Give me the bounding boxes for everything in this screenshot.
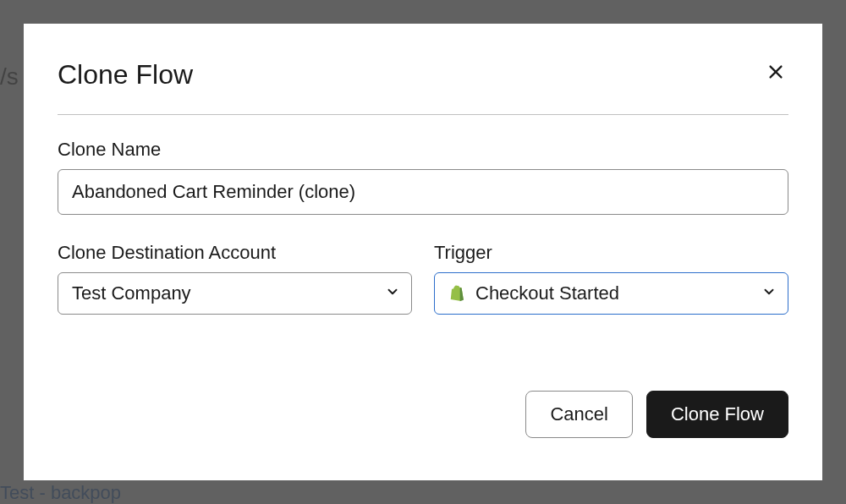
modal-title: Clone Flow xyxy=(58,59,193,90)
clone-flow-button[interactable]: Clone Flow xyxy=(646,391,788,438)
trigger-value: Checkout Started xyxy=(475,282,619,304)
modal-header: Clone Flow xyxy=(58,59,788,90)
close-icon xyxy=(766,63,785,84)
trigger-group: Trigger Checkout Started xyxy=(434,242,788,315)
close-button[interactable] xyxy=(763,59,788,87)
destination-account-group: Clone Destination Account Test Company xyxy=(58,242,412,315)
trigger-select-wrapper: Checkout Started xyxy=(434,272,788,315)
trigger-select[interactable]: Checkout Started xyxy=(434,272,788,315)
clone-name-label: Clone Name xyxy=(58,139,788,161)
divider xyxy=(58,114,788,115)
destination-account-select[interactable]: Test Company xyxy=(58,272,412,315)
modal-footer: Cancel Clone Flow xyxy=(58,391,788,438)
clone-name-group: Clone Name xyxy=(58,139,788,215)
clone-name-input[interactable] xyxy=(58,169,788,215)
cancel-button[interactable]: Cancel xyxy=(525,391,632,438)
destination-account-label: Clone Destination Account xyxy=(58,242,412,264)
destination-account-select-wrapper: Test Company xyxy=(58,272,412,315)
trigger-label: Trigger xyxy=(434,242,788,264)
clone-flow-modal: Clone Flow Clone Name Clone Destination … xyxy=(24,24,822,480)
shopify-icon xyxy=(448,284,467,303)
destination-account-value: Test Company xyxy=(72,282,191,304)
form-row: Clone Destination Account Test Company T… xyxy=(58,242,788,315)
